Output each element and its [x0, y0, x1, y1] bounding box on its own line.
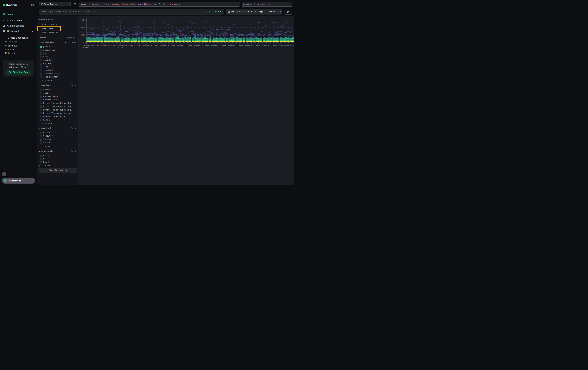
svg-text:600: 600	[81, 19, 84, 21]
svg-text:7:00am: 7:00am	[236, 44, 243, 46]
svg-text:5:00am: 5:00am	[202, 44, 209, 46]
svg-text:0: 0	[83, 41, 84, 44]
svg-text:10:00am: 10:00am	[287, 44, 294, 46]
svg-text:4:30am: 4:30am	[194, 44, 200, 46]
svg-text:4:00am: 4:00am	[185, 44, 192, 46]
svg-text:9/14/25: 9/14/25	[83, 46, 90, 48]
svg-text:2:00am: 2:00am	[151, 44, 158, 46]
svg-text:11:30pm: 11:30pm	[108, 44, 116, 46]
svg-text:12:30am: 12:30am	[125, 44, 133, 46]
svg-text:6:30am: 6:30am	[228, 44, 235, 46]
svg-text:3:00am: 3:00am	[168, 44, 175, 46]
svg-text:9/15: 9/15	[118, 46, 123, 48]
svg-text:1:30am: 1:30am	[143, 44, 149, 46]
svg-text:5:30am: 5:30am	[211, 44, 218, 46]
svg-text:12:00am: 12:00am	[116, 44, 124, 46]
svg-text:10:30pm: 10:30pm	[91, 44, 99, 46]
svg-text:6:00am: 6:00am	[219, 44, 226, 46]
svg-text:9:00am: 9:00am	[270, 44, 277, 46]
svg-text:3:30am: 3:30am	[177, 44, 183, 46]
svg-text:10:00pm: 10:00pm	[83, 44, 90, 46]
svg-text:400: 400	[81, 26, 84, 29]
svg-text:11:00pm: 11:00pm	[99, 44, 107, 46]
svg-text:9:30am: 9:30am	[279, 44, 286, 46]
svg-text:1:00am: 1:00am	[134, 44, 141, 46]
svg-text:200: 200	[81, 34, 84, 36]
svg-text:2:30am: 2:30am	[160, 44, 167, 46]
svg-text:7:30am: 7:30am	[245, 44, 252, 46]
svg-text:8:30am: 8:30am	[262, 44, 269, 46]
svg-text:8:00am: 8:00am	[253, 44, 260, 46]
